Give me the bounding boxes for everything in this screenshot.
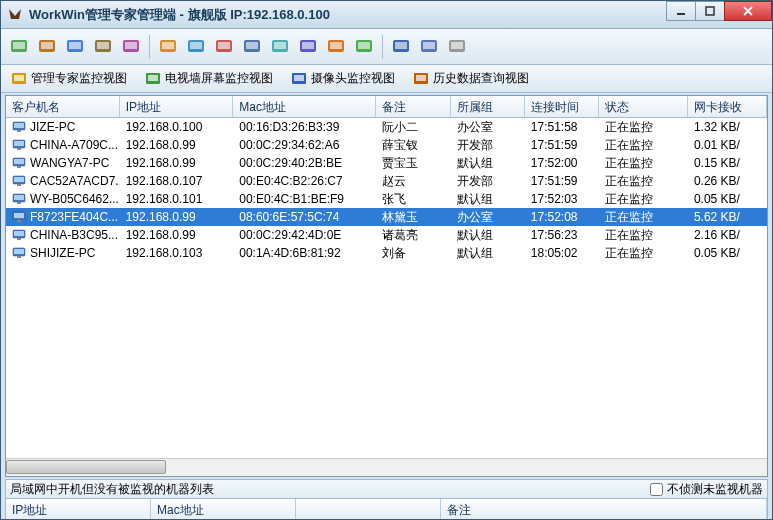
svg-rect-30 [423, 42, 435, 49]
table-row[interactable]: F8723FE404C...192.168.0.9908:60:6E:57:5C… [6, 208, 767, 226]
globe-icon[interactable] [240, 35, 264, 59]
settings-icon[interactable] [212, 35, 236, 59]
session-icon[interactable] [7, 35, 31, 59]
cell-time: 17:52:00 [525, 155, 599, 171]
maximize-button[interactable] [695, 1, 725, 21]
svg-rect-54 [14, 195, 24, 200]
svg-rect-57 [14, 213, 24, 218]
cell-remark: 张飞 [376, 190, 450, 209]
report-icon[interactable] [324, 35, 348, 59]
search-icon[interactable] [268, 35, 292, 59]
svg-rect-49 [17, 166, 21, 168]
cell-mac: 00:0C:29:40:2B:BE [233, 155, 376, 171]
col-group[interactable]: 所属组 [451, 96, 525, 117]
svg-rect-42 [14, 123, 24, 128]
cell-mac: 00:0C:29:34:62:A6 [233, 137, 376, 153]
col-remark[interactable]: 备注 [376, 96, 450, 117]
bottom-grid-header: IP地址 Mac地址 备注 [5, 499, 768, 520]
cell-remark: 刘备 [376, 244, 450, 263]
table-row[interactable]: WANGYA7-PC192.168.0.9900:0C:29:40:2B:BE贾… [6, 154, 767, 172]
bottom-panel: 局域网中开机但没有被监视的机器列表 不侦测未监视机器 IP地址 Mac地址 备注 [5, 479, 768, 520]
bcol-ip[interactable]: IP地址 [6, 499, 151, 520]
table-row[interactable]: JIZE-PC192.168.0.10000:16:D3:26:B3:39阮小二… [6, 118, 767, 136]
cell-group: 默认组 [451, 244, 525, 263]
bcol-empty[interactable] [296, 499, 441, 520]
contact-icon[interactable] [417, 35, 441, 59]
view-tab-0[interactable]: 管理专家监控视图 [7, 68, 131, 89]
computer-icon [12, 139, 26, 151]
no-detect-checkbox[interactable]: 不侦测未监视机器 [650, 481, 763, 498]
svg-rect-46 [17, 148, 21, 150]
computer-icon [12, 157, 26, 169]
svg-rect-63 [14, 249, 24, 254]
cell-mac: 00:1A:4D:6B:81:92 [233, 245, 376, 261]
cell-mac: 00:0C:29:42:4D:0E [233, 227, 376, 243]
minimize-button[interactable] [666, 1, 696, 21]
bcol-mac[interactable]: Mac地址 [151, 499, 296, 520]
video-icon[interactable] [352, 35, 376, 59]
col-clientname[interactable]: 客户机名 [6, 96, 120, 117]
computers-icon[interactable] [35, 35, 59, 59]
view-tab-3[interactable]: 历史数据查询视图 [409, 68, 533, 89]
col-ip[interactable]: IP地址 [120, 96, 234, 117]
scrollbar-thumb[interactable] [6, 460, 166, 474]
bcol-remark[interactable]: 备注 [441, 499, 767, 520]
horizontal-scrollbar[interactable] [6, 458, 767, 476]
grid-header: 客户机名 IP地址 Mac地址 备注 所属组 连接时间 状态 网卡接收 [6, 96, 767, 118]
computer-icon [12, 175, 26, 187]
svg-rect-2 [13, 42, 25, 49]
cell-rx: 5.62 KB/ [688, 209, 767, 225]
window-buttons [667, 1, 772, 28]
wall-icon[interactable] [119, 35, 143, 59]
bottom-title: 局域网中开机但没有被监视的机器列表 [10, 481, 650, 498]
folder-icon[interactable] [156, 35, 180, 59]
export-icon[interactable] [184, 35, 208, 59]
screen-icon[interactable] [63, 35, 87, 59]
svg-rect-58 [17, 220, 21, 222]
view-tab-2[interactable]: 摄像头监控视图 [287, 68, 399, 89]
cell-mac: 00:16:D3:26:B3:39 [233, 119, 376, 135]
computer-icon [12, 211, 26, 223]
capture-icon[interactable] [91, 35, 115, 59]
svg-rect-4 [41, 42, 53, 49]
cell-rx: 2.16 KB/ [688, 227, 767, 243]
no-detect-checkbox-input[interactable] [650, 483, 663, 496]
cell-time: 17:56:23 [525, 227, 599, 243]
close-button[interactable] [724, 1, 772, 21]
table-row[interactable]: SHIJIZE-PC192.168.0.10300:1A:4D:6B:81:92… [6, 244, 767, 262]
svg-rect-24 [330, 42, 342, 49]
col-time[interactable]: 连接时间 [525, 96, 599, 117]
svg-rect-16 [218, 42, 230, 49]
svg-rect-36 [148, 75, 158, 81]
cell-status: 正在监控 [599, 244, 688, 263]
user-icon[interactable] [389, 35, 413, 59]
cell-status: 正在监控 [599, 208, 688, 227]
cell-ip: 192.168.0.99 [120, 137, 234, 153]
svg-rect-10 [125, 42, 137, 49]
cell-name: WANGYA7-PC [6, 155, 120, 171]
cell-remark: 贾宝玉 [376, 154, 450, 173]
table-row[interactable]: CHINA-B3C95...192.168.0.9900:0C:29:42:4D… [6, 226, 767, 244]
cell-group: 开发部 [451, 172, 525, 191]
table-row[interactable]: CAC52A7ACD7...192.168.0.10700:E0:4C:B2:2… [6, 172, 767, 190]
svg-rect-6 [69, 42, 81, 49]
cell-group: 开发部 [451, 136, 525, 155]
svg-rect-12 [162, 42, 174, 49]
svg-rect-55 [17, 202, 21, 204]
table-row[interactable]: CHINA-A709C...192.168.0.9900:0C:29:34:62… [6, 136, 767, 154]
view-tab-1[interactable]: 电视墙屏幕监控视图 [141, 68, 277, 89]
col-status[interactable]: 状态 [599, 96, 688, 117]
cell-status: 正在监控 [599, 190, 688, 209]
cell-group: 默认组 [451, 226, 525, 245]
table-row[interactable]: WY-B05C6462...192.168.0.10100:E0:4C:B1:B… [6, 190, 767, 208]
tab-icon [11, 71, 27, 87]
svg-rect-34 [14, 75, 24, 81]
svg-rect-14 [190, 42, 202, 49]
no-detect-checkbox-label: 不侦测未监视机器 [667, 481, 763, 498]
col-rx[interactable]: 网卡接收 [688, 96, 767, 117]
col-mac[interactable]: Mac地址 [233, 96, 376, 117]
view-tabs: 管理专家监控视图电视墙屏幕监控视图摄像头监控视图历史数据查询视图 [1, 65, 772, 93]
help-icon[interactable] [445, 35, 469, 59]
refresh-icon[interactable] [296, 35, 320, 59]
svg-rect-8 [97, 42, 109, 49]
